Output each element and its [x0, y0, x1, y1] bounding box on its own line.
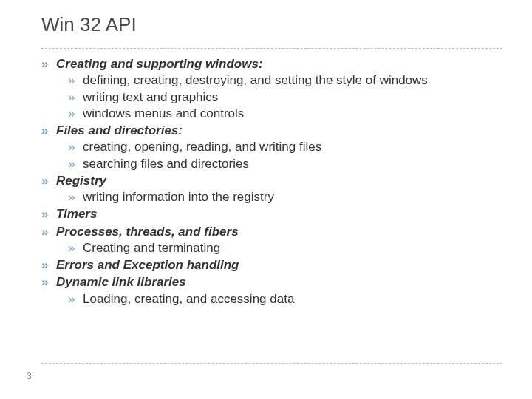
list-subitem: » defining, creating, destroying, and se… [68, 72, 502, 88]
list-subitem-label: Creating and terminating [83, 240, 220, 256]
bullet-icon: » [68, 189, 83, 205]
list-item-label: Files and directories: [56, 123, 183, 138]
bullet-icon: » [68, 139, 83, 154]
list-item: » Creating and supporting windows: [41, 56, 502, 72]
bullet-icon: » [68, 89, 83, 105]
list-subitem: » writing information into the registry [68, 189, 502, 205]
divider-top [41, 48, 502, 49]
list-item-label: Errors and Exception handling [56, 257, 239, 273]
page-number: 3 [27, 371, 32, 381]
list-subitem-label: writing text and graphics [83, 89, 218, 105]
bullet-icon: » [41, 224, 56, 239]
list-item: » Timers [41, 206, 502, 222]
bullet-icon: » [68, 106, 83, 121]
list-subitem: » windows menus and controls [68, 106, 502, 121]
slide: Win 32 API » Creating and supporting win… [0, 0, 532, 399]
list-subitem-label: Loading, creating, and accessing data [83, 291, 294, 307]
divider-bottom [41, 363, 502, 364]
slide-title: Win 32 API [41, 13, 502, 36]
list-subitem: » Loading, creating, and accessing data [68, 291, 502, 307]
bullet-icon: » [68, 156, 83, 171]
list-item-label: Creating and supporting windows: [56, 56, 263, 72]
content-list: » Creating and supporting windows: » def… [41, 56, 502, 307]
list-item-label: Dynamic link libraries [56, 274, 186, 290]
list-subitem: » creating, opening, reading, and writin… [68, 139, 502, 154]
list-item: » Processes, threads, and fibers [41, 224, 502, 239]
list-subitem-label: searching files and directories [83, 156, 249, 171]
bullet-icon: » [41, 123, 56, 138]
bullet-icon: » [41, 274, 56, 290]
list-item: » Dynamic link libraries [41, 274, 502, 290]
list-subitem-label: defining, creating, destroying, and sett… [83, 72, 428, 88]
bullet-icon: » [41, 206, 56, 222]
list-item: » Files and directories: [41, 123, 502, 138]
bullet-icon: » [41, 173, 56, 188]
list-subitem: » Creating and terminating [68, 240, 502, 256]
list-subitem-label: writing information into the registry [83, 189, 274, 205]
list-item: » Registry [41, 173, 502, 188]
bullet-icon: » [68, 240, 83, 256]
list-item-label: Timers [56, 206, 97, 222]
list-subitem: » writing text and graphics [68, 89, 502, 105]
bullet-icon: » [41, 257, 56, 273]
list-subitem-label: creating, opening, reading, and writing … [83, 139, 321, 154]
bullet-icon: » [68, 291, 83, 307]
bullet-icon: » [68, 72, 83, 88]
list-subitem-label: windows menus and controls [83, 106, 244, 121]
list-item: » Errors and Exception handling [41, 257, 502, 273]
list-item-label: Registry [56, 173, 106, 188]
bullet-icon: » [41, 56, 56, 72]
list-item-label: Processes, threads, and fibers [56, 224, 239, 239]
list-subitem: » searching files and directories [68, 156, 502, 171]
